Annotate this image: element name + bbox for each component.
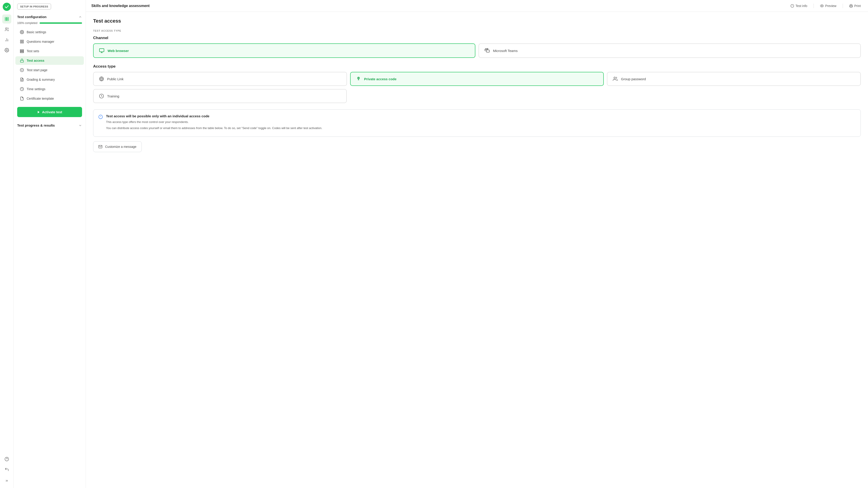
test-start-page-icon: [20, 68, 24, 72]
info-circle-icon: [790, 4, 794, 8]
test-config-title: Test configuration: [17, 15, 46, 19]
info-box-icon: [98, 115, 103, 132]
svg-rect-30: [850, 6, 852, 7]
play-icon: [37, 111, 40, 114]
svg-rect-34: [487, 50, 489, 52]
test-access-icon: [20, 59, 24, 63]
time-settings-icon: [20, 87, 24, 91]
svg-rect-16: [20, 50, 24, 51]
sidebar-item-questions-manager[interactable]: Questions manager: [16, 37, 84, 46]
svg-rect-12: [20, 40, 22, 41]
sidebar-item-test-access[interactable]: Test access: [16, 56, 84, 65]
topbar: Skills and knowledge assessment Test inf…: [86, 0, 868, 12]
sidebar-item-time-settings-label: Time settings: [27, 87, 45, 91]
nav-analytics-icon[interactable]: [2, 35, 11, 44]
info-box: Test access will be possible only with a…: [93, 110, 861, 137]
access-type-public-link[interactable]: Public Link: [93, 72, 347, 86]
test-config-section-header[interactable]: Test configuration: [13, 13, 86, 21]
topbar-divider-1: [813, 4, 814, 8]
info-box-text2: You can distribute access codes yourself…: [106, 126, 322, 131]
nav-back-icon[interactable]: [2, 465, 11, 474]
sidebar-item-certificate-template[interactable]: Certificate template: [16, 94, 84, 103]
sidebar-item-grading-summary-label: Grading & summary: [27, 78, 55, 81]
svg-point-4: [5, 28, 7, 29]
svg-rect-13: [22, 40, 24, 41]
svg-marker-25: [38, 111, 39, 113]
access-type-private-code[interactable]: Private access code: [350, 72, 604, 86]
access-type-grid: Public Link Private access code Group pa…: [93, 72, 861, 86]
access-type-label: Access type: [93, 64, 861, 69]
svg-rect-2: [5, 19, 6, 21]
sidebar-item-test-start-page[interactable]: Test start page: [16, 66, 84, 74]
svg-point-39: [358, 77, 360, 79]
nav-help-icon[interactable]: [2, 455, 11, 464]
access-type-grid-row2: Training: [93, 89, 861, 103]
svg-point-20: [20, 68, 24, 72]
content-area: Test access TEST ACCESS TYPE Channel Web…: [86, 12, 868, 488]
nav-users-icon[interactable]: [2, 25, 11, 34]
svg-point-35: [487, 49, 488, 49]
svg-rect-14: [20, 42, 22, 43]
access-type-group-password[interactable]: Group password: [607, 72, 861, 86]
svg-rect-17: [20, 51, 24, 52]
grading-summary-icon: [20, 78, 24, 82]
activate-test-button[interactable]: Activate test: [17, 107, 82, 117]
svg-point-21: [22, 70, 22, 70]
preview-button[interactable]: Preview: [818, 3, 838, 9]
questions-manager-icon: [20, 39, 24, 43]
app-logo: [3, 3, 11, 11]
test-progress-section-header[interactable]: Test progress & results: [13, 121, 86, 129]
info-box-content: Test access will be possible only with a…: [106, 114, 322, 132]
channel-microsoft-teams[interactable]: Microsoft Teams: [478, 43, 861, 58]
sidebar-item-test-sets[interactable]: Test sets: [16, 47, 84, 55]
channel-grid: Web browser Microsoft Teams: [93, 43, 861, 58]
preview-icon: [820, 4, 824, 8]
test-sets-icon: [20, 49, 24, 53]
progress-bar: [39, 22, 82, 24]
svg-rect-3: [7, 19, 8, 21]
sidebar-item-time-settings[interactable]: Time settings: [16, 85, 84, 93]
sidebar-item-basic-settings[interactable]: Basic settings: [16, 28, 84, 36]
training-icon: [99, 94, 104, 98]
topbar-divider-2: [843, 4, 843, 8]
progress-label: 100% completed: [17, 22, 37, 25]
page-title: Test access: [93, 18, 861, 24]
svg-point-11: [22, 32, 23, 33]
channel-web-browser[interactable]: Web browser: [93, 43, 475, 58]
nav-home-icon[interactable]: [2, 14, 11, 24]
test-progress-title: Test progress & results: [17, 123, 55, 127]
svg-point-8: [6, 50, 7, 51]
message-icon: [98, 145, 102, 149]
group-password-icon: [613, 77, 618, 81]
svg-point-40: [358, 78, 359, 79]
svg-point-29: [822, 5, 822, 6]
sidebar-item-test-start-page-label: Test start page: [27, 68, 48, 72]
customize-message-button[interactable]: Customize a message: [93, 141, 142, 152]
progress-bar-fill: [39, 22, 82, 24]
channel-label: Channel: [93, 36, 861, 40]
sidebar-item-grading-summary[interactable]: Grading & summary: [16, 75, 84, 84]
basic-settings-icon: [20, 30, 24, 34]
svg-rect-15: [22, 42, 24, 43]
access-type-training[interactable]: Training: [93, 89, 347, 103]
content-inner: Test access TEST ACCESS TYPE Channel Web…: [86, 12, 868, 488]
sidebar-item-questions-manager-label: Questions manager: [27, 40, 54, 43]
info-box-text1: This access type offers the most control…: [106, 120, 322, 125]
sidebar-item-test-access-label: Test access: [27, 59, 44, 62]
nav-expand-icon[interactable]: [2, 476, 11, 485]
section-label: TEST ACCESS TYPE: [93, 29, 861, 32]
svg-point-41: [614, 77, 616, 79]
info-box-title: Test access will be possible only with a…: [106, 114, 322, 118]
sidebar-item-basic-settings-label: Basic settings: [27, 30, 46, 34]
topbar-actions: Test info Preview Print: [789, 3, 863, 9]
svg-rect-18: [20, 52, 24, 53]
teams-icon: [485, 48, 490, 53]
sidebar: SETUP IN PROGRESS Test configuration 100…: [13, 0, 86, 488]
private-code-icon: [356, 77, 361, 81]
svg-rect-19: [20, 60, 24, 62]
print-button[interactable]: Print: [847, 3, 863, 9]
test-info-button[interactable]: Test info: [789, 3, 809, 9]
print-icon: [849, 4, 853, 8]
nav-settings-icon[interactable]: [2, 45, 11, 55]
setup-badge: SETUP IN PROGRESS: [17, 4, 51, 9]
